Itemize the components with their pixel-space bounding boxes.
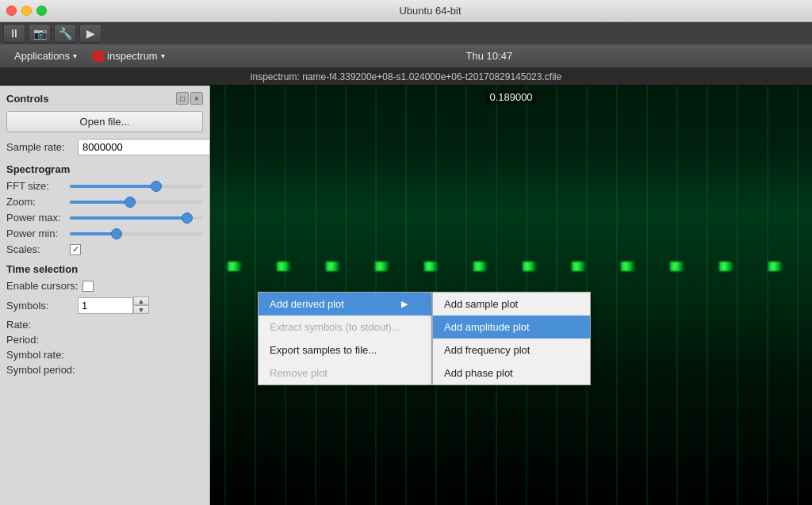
zoom-row: Zoom: bbox=[6, 196, 203, 208]
controls-header: Controls □ × bbox=[6, 92, 203, 105]
controls-title: Controls bbox=[6, 93, 48, 105]
sub-add-frequency-plot[interactable]: Add frequency plot bbox=[433, 339, 590, 362]
period-label: Period: bbox=[6, 334, 39, 346]
close-button[interactable] bbox=[6, 6, 17, 16]
power-min-row: Power min: bbox=[6, 228, 203, 239]
file-info-bar: inspectrum: name-f4.339200e+08-s1.024000… bbox=[0, 68, 812, 86]
applications-arrow: ▾ bbox=[73, 52, 77, 60]
power-min-fill bbox=[70, 232, 117, 235]
frequency-label: 0.189000 bbox=[486, 90, 535, 104]
close-controls-button[interactable]: × bbox=[190, 92, 203, 105]
spectrogram-section-title: Spectrogram bbox=[6, 163, 203, 175]
controls-buttons: □ × bbox=[176, 92, 203, 105]
fft-size-fill bbox=[70, 185, 156, 188]
ctx-add-derived-arrow: ▶ bbox=[401, 299, 408, 309]
enable-cursors-row: Enable cursors: bbox=[6, 280, 203, 292]
inspectrum-menu[interactable]: inspectrum ▾ bbox=[85, 47, 173, 65]
symbols-down-button[interactable]: ▼ bbox=[133, 305, 149, 314]
enable-cursors-checkbox[interactable] bbox=[82, 281, 94, 292]
sub-add-amplitude-plot[interactable]: Add amplitude plot bbox=[433, 316, 590, 339]
signal-band bbox=[210, 262, 812, 271]
sub-add-sample-label: Add sample plot bbox=[444, 298, 518, 310]
symbol-rate-row: Symbol rate: bbox=[6, 349, 203, 361]
symbols-spinner: ▲ ▼ bbox=[133, 296, 149, 314]
power-min-thumb[interactable] bbox=[111, 228, 122, 239]
sub-add-amplitude-label: Add amplitude plot bbox=[444, 321, 530, 333]
fft-size-row: FFT size: bbox=[6, 180, 203, 192]
symbol-period-row: Symbol period: bbox=[6, 364, 203, 376]
sub-add-sample-plot[interactable]: Add sample plot bbox=[433, 293, 590, 316]
ctx-export-samples[interactable]: Export samples to file... bbox=[259, 339, 431, 362]
period-row: Period: bbox=[6, 334, 203, 346]
symbols-input[interactable] bbox=[78, 297, 133, 314]
ctx-extract-symbols-label: Extract symbols (to stdout)... bbox=[270, 321, 400, 333]
context-menu-container: Add derived plot ▶ Extract symbols (to s… bbox=[258, 292, 591, 385]
zoom-slider[interactable] bbox=[70, 201, 203, 204]
context-menu: Add derived plot ▶ Extract symbols (to s… bbox=[258, 292, 432, 385]
sample-rate-label: Sample rate: bbox=[6, 141, 78, 153]
controls-panel: Controls □ × Open file... Sample rate: S… bbox=[0, 86, 210, 505]
symbols-up-button[interactable]: ▲ bbox=[133, 296, 149, 305]
screenshot-button[interactable]: 📷 bbox=[29, 24, 51, 43]
fft-size-slider[interactable] bbox=[70, 185, 203, 188]
scales-checkbox[interactable]: ✓ bbox=[70, 244, 81, 255]
inspectrum-label: inspectrum bbox=[107, 50, 158, 62]
submenu: Add sample plot Add amplitude plot Add f… bbox=[432, 292, 591, 385]
zoom-label: Zoom: bbox=[6, 196, 70, 208]
applications-label: Applications bbox=[14, 50, 70, 62]
restore-button[interactable]: □ bbox=[176, 92, 189, 105]
rate-row: Rate: bbox=[6, 319, 203, 331]
sub-add-phase-label: Add phase plot bbox=[444, 367, 513, 379]
open-file-button[interactable]: Open file... bbox=[6, 111, 203, 132]
power-max-fill bbox=[70, 216, 187, 220]
symbols-label: Symbols: bbox=[6, 300, 78, 312]
enable-cursors-label: Enable cursors: bbox=[6, 280, 78, 292]
titlebar: Ubuntu 64-bit bbox=[0, 0, 812, 22]
scales-row: Scales: ✓ bbox=[6, 243, 203, 255]
sub-add-phase-plot[interactable]: Add phase plot bbox=[433, 362, 590, 384]
power-min-label: Power min: bbox=[6, 228, 70, 239]
applications-menu[interactable]: Applications ▾ bbox=[6, 47, 85, 65]
ctx-export-samples-label: Export samples to file... bbox=[270, 344, 377, 356]
window-title: Ubuntu 64-bit bbox=[55, 5, 806, 17]
ctx-add-derived-label: Add derived plot bbox=[270, 298, 344, 310]
inspectrum-icon bbox=[93, 51, 104, 62]
fft-size-label: FFT size: bbox=[6, 180, 70, 192]
taskbar: ⏸ 📷 🔧 ▶ bbox=[0, 22, 812, 44]
menubar: Applications ▾ inspectrum ▾ Thu 10:47 bbox=[0, 44, 812, 68]
ctx-remove-plot-label: Remove plot bbox=[270, 367, 327, 379]
symbol-rate-label: Symbol rate: bbox=[6, 349, 64, 361]
power-max-label: Power max: bbox=[6, 212, 70, 224]
symbols-row: Symbols: ▲ ▼ bbox=[6, 296, 203, 314]
settings-button[interactable]: 🔧 bbox=[54, 24, 76, 43]
pause-button[interactable]: ⏸ bbox=[3, 24, 25, 43]
play-button[interactable]: ▶ bbox=[79, 24, 102, 43]
maximize-button[interactable] bbox=[36, 6, 47, 16]
ctx-add-derived-plot[interactable]: Add derived plot ▶ bbox=[259, 293, 431, 316]
file-info-text: inspectrum: name-f4.339200e+08-s1.024000… bbox=[251, 71, 561, 82]
zoom-fill bbox=[70, 201, 130, 204]
zoom-thumb[interactable] bbox=[124, 197, 136, 208]
ctx-remove-plot: Remove plot bbox=[259, 362, 431, 384]
rate-label: Rate: bbox=[6, 319, 31, 331]
system-time: Thu 10:47 bbox=[173, 50, 806, 62]
power-max-thumb[interactable] bbox=[182, 212, 193, 224]
fft-size-thumb[interactable] bbox=[151, 181, 162, 192]
sample-rate-row: Sample rate: bbox=[6, 139, 203, 155]
time-selection-title: Time selection bbox=[6, 263, 203, 275]
scales-label: Scales: bbox=[6, 243, 70, 255]
ctx-extract-symbols: Extract symbols (to stdout)... bbox=[259, 316, 431, 339]
main-layout: Controls □ × Open file... Sample rate: S… bbox=[0, 86, 812, 505]
sample-rate-input[interactable] bbox=[78, 139, 210, 155]
traffic-lights bbox=[6, 6, 47, 16]
minimize-button[interactable] bbox=[21, 6, 32, 16]
power-max-slider[interactable] bbox=[70, 216, 203, 220]
power-max-row: Power max: bbox=[6, 212, 203, 224]
power-min-slider[interactable] bbox=[70, 232, 203, 235]
sub-add-frequency-label: Add frequency plot bbox=[444, 344, 530, 356]
content-area[interactable]: 0.189000 Add derived plot ▶ Extract symb… bbox=[210, 86, 812, 505]
inspectrum-arrow: ▾ bbox=[161, 52, 165, 60]
symbol-period-label: Symbol period: bbox=[6, 364, 75, 376]
